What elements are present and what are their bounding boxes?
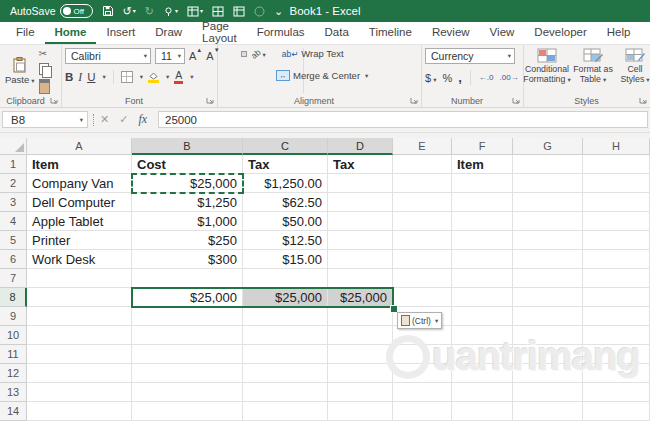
cell-G7[interactable] <box>513 269 583 288</box>
row-header-6[interactable]: 6 <box>0 250 27 269</box>
cell-E14[interactable] <box>393 402 452 421</box>
cell-B7[interactable] <box>132 269 243 288</box>
wrap-text-button[interactable]: ab↵ Wrap Text <box>282 48 344 59</box>
formula-bar-resize-handle[interactable] <box>93 114 94 126</box>
clipboard-dialog-launcher[interactable] <box>50 96 59 105</box>
cell-A8[interactable] <box>27 288 132 307</box>
row-header-3[interactable]: 3 <box>0 193 27 212</box>
tab-timeline[interactable]: Timeline <box>359 22 422 44</box>
cancel-button[interactable]: ✕ <box>100 113 109 126</box>
cell-B3[interactable]: $1,250 <box>132 193 243 212</box>
row-header-9[interactable]: 9 <box>0 307 27 326</box>
cell-G12[interactable] <box>513 364 583 383</box>
align-center-button[interactable] <box>232 73 238 79</box>
top-align-button[interactable] <box>221 51 227 57</box>
cell-B2[interactable]: $25,000 <box>132 174 243 193</box>
cell-styles-button[interactable]: Cell Styles▾ <box>617 48 650 84</box>
undo-button[interactable]: ↺▾ <box>123 6 136 17</box>
cell-H14[interactable] <box>583 402 650 421</box>
cell-E2[interactable] <box>393 174 452 193</box>
cell-C8[interactable]: $25,000 <box>243 288 328 307</box>
cell-D14[interactable] <box>328 402 393 421</box>
number-format-combo[interactable]: Currency ▾ <box>425 48 515 64</box>
cell-H7[interactable] <box>583 269 650 288</box>
cell-H4[interactable] <box>583 212 650 231</box>
format-painter-button[interactable] <box>39 79 50 94</box>
cell-G11[interactable] <box>513 345 583 364</box>
cell-G5[interactable] <box>513 231 583 250</box>
tab-insert[interactable]: Insert <box>96 22 145 44</box>
tab-pdfelement[interactable]: PDFelement <box>640 22 650 44</box>
cell-B14[interactable] <box>132 402 243 421</box>
font-color-button[interactable]: A <box>174 70 183 84</box>
cell-E4[interactable] <box>393 212 452 231</box>
cell-D2[interactable] <box>328 174 393 193</box>
increase-indent-button[interactable] <box>265 73 271 79</box>
cell-A3[interactable]: Dell Computer <box>27 193 132 212</box>
column-header-B[interactable]: B <box>132 138 243 155</box>
font-size-combo[interactable]: 11 ▾ <box>155 48 185 64</box>
column-header-E[interactable]: E <box>393 138 452 155</box>
column-header-D[interactable]: D <box>328 138 393 155</box>
cell-G10[interactable] <box>513 326 583 345</box>
tab-home[interactable]: Home <box>45 22 97 44</box>
cell-A13[interactable] <box>27 383 132 402</box>
cell-C7[interactable] <box>243 269 328 288</box>
font-dialog-launcher[interactable] <box>206 96 215 105</box>
tab-draw[interactable]: Draw <box>145 22 192 44</box>
cell-F3[interactable] <box>452 193 513 212</box>
cell-G9[interactable] <box>513 307 583 326</box>
cell-C9[interactable] <box>243 307 328 326</box>
align-right-button[interactable] <box>243 73 249 79</box>
row-header-7[interactable]: 7 <box>0 269 27 288</box>
autosave-switch[interactable]: Off <box>60 4 93 18</box>
merge-center-button[interactable]: ↔ Merge & Center ▾ <box>276 70 368 81</box>
cell-F4[interactable] <box>452 212 513 231</box>
conditional-formatting-button[interactable]: Conditional Formatting▾ <box>525 48 569 84</box>
cell-H9[interactable] <box>583 307 650 326</box>
cell-B8[interactable]: $25,000 <box>132 288 243 307</box>
orientation-button[interactable]: ab▾ <box>251 48 266 59</box>
table-tool-button[interactable]: ▾ <box>187 6 203 17</box>
borders-button[interactable] <box>121 71 133 83</box>
cell-D7[interactable] <box>328 269 393 288</box>
cell-H13[interactable] <box>583 383 650 402</box>
cell-E6[interactable] <box>393 250 452 269</box>
cell-C5[interactable]: $12.50 <box>243 231 328 250</box>
cell-B5[interactable]: $250 <box>132 231 243 250</box>
cell-A2[interactable]: Company Van <box>27 174 132 193</box>
cell-B10[interactable] <box>132 326 243 345</box>
touch-mode-button[interactable]: ▾ <box>163 6 178 17</box>
cell-E3[interactable] <box>393 193 452 212</box>
cell-F7[interactable] <box>452 269 513 288</box>
cell-A10[interactable] <box>27 326 132 345</box>
cell-H12[interactable] <box>583 364 650 383</box>
cell-D11[interactable] <box>328 345 393 364</box>
cell-D12[interactable] <box>328 364 393 383</box>
insert-function-button[interactable]: fx <box>138 112 147 127</box>
styles-dialog-launcher[interactable] <box>639 96 648 105</box>
account-button[interactable] <box>254 6 265 17</box>
bold-button[interactable]: B <box>65 71 73 83</box>
cell-A7[interactable] <box>27 269 132 288</box>
cell-F13[interactable] <box>452 383 513 402</box>
cell-F14[interactable] <box>452 402 513 421</box>
italic-button[interactable]: I <box>78 71 82 83</box>
cell-G6[interactable] <box>513 250 583 269</box>
tab-review[interactable]: Review <box>422 22 480 44</box>
cell-H8[interactable] <box>583 288 650 307</box>
name-box[interactable]: B8 ▾ <box>2 111 88 128</box>
cell-B12[interactable] <box>132 364 243 383</box>
cell-G8[interactable] <box>513 288 583 307</box>
paste-options-button[interactable]: (Ctrl) ▾ <box>397 312 442 329</box>
cell-C12[interactable] <box>243 364 328 383</box>
cell-F5[interactable] <box>452 231 513 250</box>
underline-dropdown-icon[interactable]: ▾ <box>102 73 105 81</box>
percent-style-button[interactable]: % <box>442 72 452 84</box>
cell-H6[interactable] <box>583 250 650 269</box>
row-header-10[interactable]: 10 <box>0 326 27 345</box>
cell-C3[interactable]: $62.50 <box>243 193 328 212</box>
cell-A11[interactable] <box>27 345 132 364</box>
cell-C2[interactable]: $1,250.00 <box>243 174 328 193</box>
cell-D10[interactable] <box>328 326 393 345</box>
